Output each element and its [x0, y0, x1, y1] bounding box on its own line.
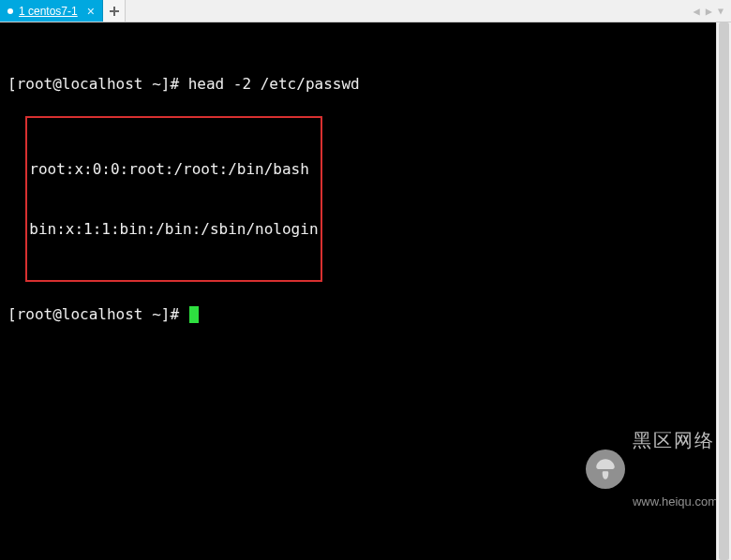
terminal[interactable]: [root@localhost ~]# head -2 /etc/passwd …	[0, 22, 731, 560]
output-line-1: root:x:0:0:root:/root:/bin/bash	[29, 159, 318, 180]
close-icon[interactable]: ×	[87, 5, 95, 18]
watermark-url: www.heiqu.com	[633, 494, 718, 510]
tab-bar: 1 centos7-1 × ◀ ▶ ▼	[0, 0, 731, 22]
tab-menu-icon[interactable]: ▼	[716, 6, 725, 16]
terminal-line-1: [root@localhost ~]# head -2 /etc/passwd	[7, 74, 724, 95]
prompt-text: [root@localhost ~]#	[7, 75, 188, 93]
watermark-text: 黑区网络 www.heiqu.com	[633, 388, 718, 551]
tab-nav: ◀ ▶ ▼	[686, 0, 732, 22]
command-text: head -2 /etc/passwd	[188, 75, 360, 93]
watermark-logo	[586, 449, 625, 489]
scrollbar-thumb[interactable]	[719, 22, 729, 560]
new-tab-button[interactable]	[103, 0, 126, 22]
mushroom-icon	[593, 457, 618, 481]
tab-prev-icon[interactable]: ◀	[692, 5, 702, 18]
vertical-scrollbar[interactable]	[716, 22, 731, 560]
watermark-title: 黑区网络	[633, 428, 718, 453]
terminal-line-2: [root@localhost ~]#	[7, 304, 724, 325]
tab-centos7-1[interactable]: 1 centos7-1 ×	[0, 0, 103, 22]
output-line-2: bin:x:1:1:bin:/bin:/sbin/nologin	[29, 219, 318, 240]
tab-label: 1 centos7-1	[19, 5, 82, 18]
output-highlight-box: root:x:0:0:root:/root:/bin/bash bin:x:1:…	[25, 116, 321, 282]
prompt-text: [root@localhost ~]#	[7, 305, 188, 323]
cursor	[189, 306, 199, 323]
tab-next-icon[interactable]: ▶	[704, 5, 714, 18]
plus-icon	[110, 7, 119, 16]
watermark: 黑区网络 www.heiqu.com	[586, 388, 718, 551]
tab-status-dot	[7, 8, 13, 14]
